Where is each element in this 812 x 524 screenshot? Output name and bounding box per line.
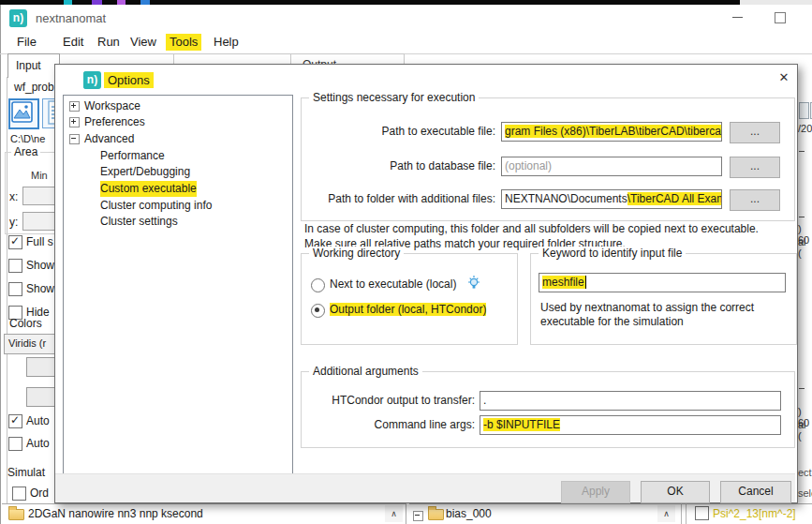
sliver-right-strip	[740, 0, 812, 5]
color-swatch-1[interactable]	[26, 357, 58, 377]
auto-checkbox-1[interactable]	[8, 414, 22, 428]
cancel-button[interactable]: Cancel	[720, 481, 791, 503]
order-checkbox[interactable]	[12, 487, 26, 501]
background-app-sliver	[0, 0, 812, 5]
tree-item-label: Custom executable	[100, 181, 197, 197]
database-path-row: Path to database file: (optional) ...	[302, 157, 794, 177]
psi-dataset-label[interactable]: Psi^2_13[nm^-2]	[713, 507, 796, 520]
show-checkbox-1[interactable]	[8, 259, 22, 273]
collapse-icon[interactable]	[69, 134, 80, 144]
sliver-dot-blue	[140, 0, 150, 5]
tree-item-label: Cluster computing info	[100, 198, 212, 214]
radio-next-to-executable[interactable]	[311, 278, 325, 292]
exec-path-input[interactable]: gram Files (x86)\TiberLAB\tiberCAD\tiber…	[501, 122, 722, 142]
menu-view[interactable]: View	[126, 34, 160, 51]
full-range-label: Full s	[26, 235, 53, 248]
psi-checkbox[interactable]	[695, 506, 709, 520]
menu-run[interactable]: Run	[94, 34, 124, 51]
command-line-args-value: -b $INPUTFILE	[483, 418, 560, 431]
folder-icon	[428, 509, 444, 520]
full-range-checkbox[interactable]	[8, 235, 22, 249]
radio-output-folder[interactable]	[311, 304, 325, 318]
show-label-2: Show	[26, 282, 54, 295]
menu-file[interactable]: File	[13, 34, 40, 51]
htcondor-output-value: .	[483, 394, 486, 407]
expand-icon[interactable]	[69, 101, 80, 112]
menu-edit[interactable]: Edit	[59, 34, 87, 51]
window-title: nextnanomat	[36, 11, 106, 25]
browse-folder-button[interactable]: ...	[730, 189, 780, 211]
y-label: y:	[9, 216, 18, 229]
edge-fragment-text: al (	[798, 419, 812, 442]
folder-item-right[interactable]: bias_000	[446, 507, 492, 520]
colormap-dropdown[interactable]: Viridis (r	[4, 334, 62, 354]
command-line-args-row: Command line args: -b $INPUTFILE	[302, 415, 794, 436]
sliver-dot-violet	[117, 0, 125, 5]
tree-item-label: Performance	[100, 148, 165, 164]
database-path-input[interactable]: (optional)	[501, 157, 722, 176]
group-title: Keyword to identify input file	[539, 247, 686, 260]
auto-checkbox-2[interactable]	[8, 437, 22, 451]
options-tree: Workspace Preferences Advanced Performan…	[63, 95, 293, 474]
axis-tick-fragment	[799, 217, 805, 217]
additional-files-row: Path to folder with additional files: NE…	[302, 189, 794, 210]
sliver-dot-teal	[64, 0, 72, 5]
keyword-input[interactable]: meshfile	[539, 273, 786, 292]
htcondor-output-input[interactable]: .	[480, 391, 781, 411]
execution-settings-group: Settings necessary for execution Path to…	[301, 97, 795, 221]
maximize-icon	[775, 12, 786, 23]
bottom-splitter-line	[681, 503, 682, 524]
area-group-title: Area	[11, 145, 40, 158]
group-title: Settings necessary for execution	[309, 91, 479, 104]
tab-input[interactable]: Input	[7, 53, 60, 78]
show-label-1: Show	[26, 259, 54, 272]
radio-label[interactable]: Next to executable (local)	[330, 277, 456, 291]
axis-tick-fragment	[799, 388, 805, 389]
radio-label[interactable]: Output folder (local, HTCondor)	[330, 303, 486, 316]
folder-item-left[interactable]: 2DGaN nanowire nn3 nnp ksecond	[28, 507, 203, 520]
file-tab-label[interactable]: wf_prob	[14, 81, 54, 94]
tree-item-label: Preferences	[84, 114, 145, 130]
group-title: Additional arguments	[309, 365, 422, 378]
color-swatch-2[interactable]	[26, 387, 58, 407]
browse-database-button[interactable]: ...	[730, 157, 780, 178]
menu-tools[interactable]: Tools	[166, 34, 201, 51]
tree-item-label: Workspace	[84, 98, 140, 114]
htcondor-output-label: HTCondor output to transfer:	[302, 394, 475, 407]
sliver-dot-purple	[92, 0, 102, 5]
command-line-args-input[interactable]: -b $INPUTFILE	[480, 415, 781, 435]
plot-view-button[interactable]	[8, 98, 39, 129]
auto-label-2: Auto	[26, 437, 50, 450]
htcondor-output-row: HTCondor output to transfer: .	[302, 391, 794, 412]
working-directory-group: Working directory Next to executable (lo…	[301, 253, 518, 345]
tab-input-label: Input	[8, 54, 59, 72]
toolbar-icon-fragment	[799, 102, 809, 119]
window-left-edge	[0, 5, 1, 524]
scroll-up-button-left[interactable]: ∧	[385, 505, 403, 522]
keyword-value: meshfile	[542, 276, 586, 289]
additional-files-input[interactable]: NEXTNANO\Documents\TiberCAD All Examples	[501, 189, 722, 209]
database-path-label: Path to database file:	[302, 159, 495, 172]
minimize-button[interactable]	[723, 7, 751, 26]
close-icon[interactable]	[771, 67, 797, 89]
menu-help[interactable]: Help	[210, 34, 243, 51]
database-placeholder: (optional)	[505, 159, 552, 172]
exec-path-value: gram Files (x86)\TiberLAB\tiberCAD\tiber…	[505, 125, 722, 138]
browse-exec-button[interactable]: ...	[730, 122, 780, 143]
bottom-splitter-line	[686, 503, 687, 524]
tree-item-label: Expert/Debugging	[100, 164, 190, 180]
expand-icon[interactable]	[69, 117, 80, 127]
cluster-note-line1: In case of cluster computing, this folde…	[304, 222, 759, 235]
edge-fragment-text: ect	[798, 467, 812, 478]
additional-files-label: Path to folder with additional files:	[302, 192, 495, 205]
menu-bar: File Edit Run View Tools Help	[0, 32, 812, 52]
maximize-button[interactable]	[765, 7, 793, 26]
x-label: x:	[9, 190, 18, 203]
dialog-logo-icon: n)	[83, 71, 101, 89]
scroll-up-button-right[interactable]: ∧	[657, 505, 675, 522]
minimize-icon	[732, 17, 743, 18]
show-checkbox-2[interactable]	[8, 282, 22, 296]
ok-button[interactable]: OK	[641, 481, 710, 503]
tree-collapse-icon[interactable]	[413, 511, 423, 521]
keyword-group: Keyword to identify input file meshfile …	[530, 253, 797, 345]
